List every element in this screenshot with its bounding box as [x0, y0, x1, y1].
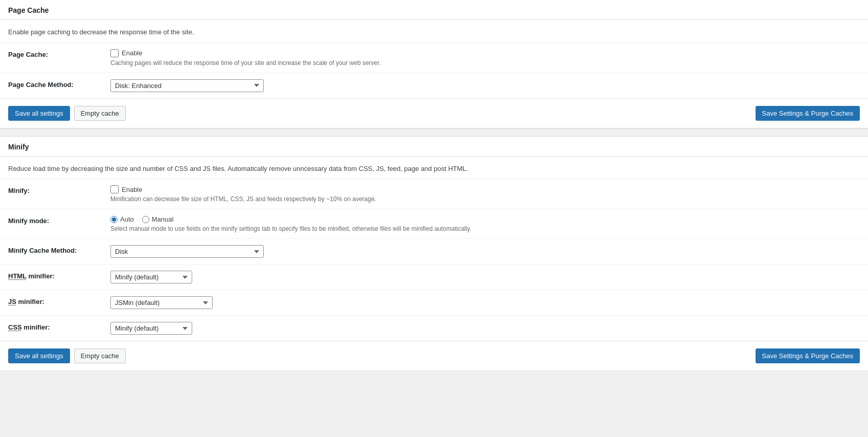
minify-enable-label[interactable]: Enable [122, 186, 142, 193]
minify-auto-label[interactable]: Auto [120, 215, 134, 223]
js-abbr: JS [8, 298, 16, 305]
minify-label: Minify: [8, 185, 110, 194]
minify-mode-auto-option: Auto [110, 215, 134, 223]
minify-mode-control: Auto Manual Select manual mode to use fi… [110, 215, 860, 232]
action-bar-left-bottom: Save all settings Empty cache [8, 348, 126, 363]
action-bar-left: Save all settings Empty cache [8, 106, 126, 121]
save-settings-purge-button-bottom[interactable]: Save Settings & Purge Caches [756, 348, 860, 363]
css-minifier-control: Minify (default) YUI Compressor None [110, 322, 860, 335]
html-minifier-select[interactable]: Minify (default) None [110, 271, 192, 283]
page-cache-label: Page Cache: [8, 49, 110, 58]
minify-enable-description: Minification can decrease file size of H… [110, 195, 860, 203]
minify-checkbox-row: Enable [110, 185, 860, 193]
page-cache-enable-row: Page Cache: Enable Caching pages will re… [0, 42, 868, 73]
minify-title: Minify [8, 143, 29, 151]
html-abbr: HTML [8, 272, 27, 280]
css-minifier-label: CSS minifier: [8, 322, 110, 331]
css-abbr: CSS [8, 323, 22, 331]
minify-mode-row: Minify mode: Auto Manual Select manual m… [0, 209, 868, 238]
minify-cache-method-control: Disk Memcached Redis [110, 245, 860, 258]
page-cache-method-row: Page Cache Method: Disk: Enhanced Disk O… [0, 73, 868, 98]
minify-mode-manual-option: Manual [142, 215, 174, 223]
minify-cache-method-label: Minify Cache Method: [8, 245, 110, 254]
save-all-settings-button-bottom[interactable]: Save all settings [8, 348, 70, 363]
html-minifier-row: HTML minifier: Minify (default) None [0, 264, 868, 290]
page-cache-title: Page Cache [8, 6, 49, 14]
empty-cache-button-top[interactable]: Empty cache [74, 106, 126, 121]
js-minifier-label: JS minifier: [8, 296, 110, 305]
save-settings-purge-button-top[interactable]: Save Settings & Purge Caches [756, 106, 860, 121]
minify-description: Reduce load time by decreasing the size … [0, 157, 868, 179]
page-cache-description: Enable page caching to decrease the resp… [0, 20, 868, 42]
page-cache-header: Page Cache [0, 0, 868, 20]
minify-mode-radio-group: Auto Manual [110, 215, 860, 223]
js-minifier-control: JSMin (default) Closure Compiler (local)… [110, 296, 860, 309]
minify-mode-label: Minify mode: [8, 215, 110, 225]
html-minifier-control: Minify (default) None [110, 271, 860, 283]
minify-manual-radio[interactable] [142, 216, 149, 223]
main-content: Page Cache Enable page caching to decrea… [0, 0, 868, 371]
minify-cache-method-row: Minify Cache Method: Disk Memcached Redi… [0, 238, 868, 264]
page-cache-method-select[interactable]: Disk: Enhanced Disk Opcode: Zend / Xcach… [110, 79, 264, 92]
minify-enable-row: Minify: Enable Minification can decrease… [0, 179, 868, 209]
page-cache-method-control: Disk: Enhanced Disk Opcode: Zend / Xcach… [110, 79, 860, 92]
minify-auto-radio[interactable] [110, 216, 118, 223]
separator [0, 128, 868, 137]
page-cache-action-bar: Save all settings Empty cache Save Setti… [0, 98, 868, 128]
action-bar-right: Save Settings & Purge Caches [756, 106, 860, 121]
minify-action-bar: Save all settings Empty cache Save Setti… [0, 341, 868, 370]
minify-manual-label[interactable]: Manual [152, 215, 174, 223]
minify-cache-method-select[interactable]: Disk Memcached Redis [110, 245, 264, 258]
css-minifier-row: CSS minifier: Minify (default) YUI Compr… [0, 315, 868, 341]
minify-section: Minify Reduce load time by decreasing th… [0, 137, 868, 372]
page-cache-section: Page Cache Enable page caching to decrea… [0, 0, 868, 128]
page-cache-control: Enable Caching pages will reduce the res… [110, 49, 860, 67]
html-minifier-label: HTML minifier: [8, 271, 110, 280]
minify-checkbox[interactable] [110, 185, 119, 193]
save-all-settings-button-top[interactable]: Save all settings [8, 106, 70, 121]
minify-control: Enable Minification can decrease file si… [110, 185, 860, 203]
action-bar-right-bottom: Save Settings & Purge Caches [756, 348, 860, 363]
page-cache-checkbox-row: Enable [110, 49, 860, 57]
empty-cache-button-bottom[interactable]: Empty cache [74, 348, 126, 363]
page-cache-method-label: Page Cache Method: [8, 79, 110, 89]
css-minifier-select[interactable]: Minify (default) YUI Compressor None [110, 322, 192, 335]
page-cache-enable-description: Caching pages will reduce the response t… [110, 59, 860, 67]
page-cache-enable-label[interactable]: Enable [122, 49, 142, 57]
js-minifier-row: JS minifier: JSMin (default) Closure Com… [0, 290, 868, 315]
minify-mode-description: Select manual mode to use fields on the … [110, 225, 860, 232]
minify-header: Minify [0, 137, 868, 157]
js-minifier-select[interactable]: JSMin (default) Closure Compiler (local)… [110, 296, 213, 309]
page-cache-checkbox[interactable] [110, 49, 119, 57]
